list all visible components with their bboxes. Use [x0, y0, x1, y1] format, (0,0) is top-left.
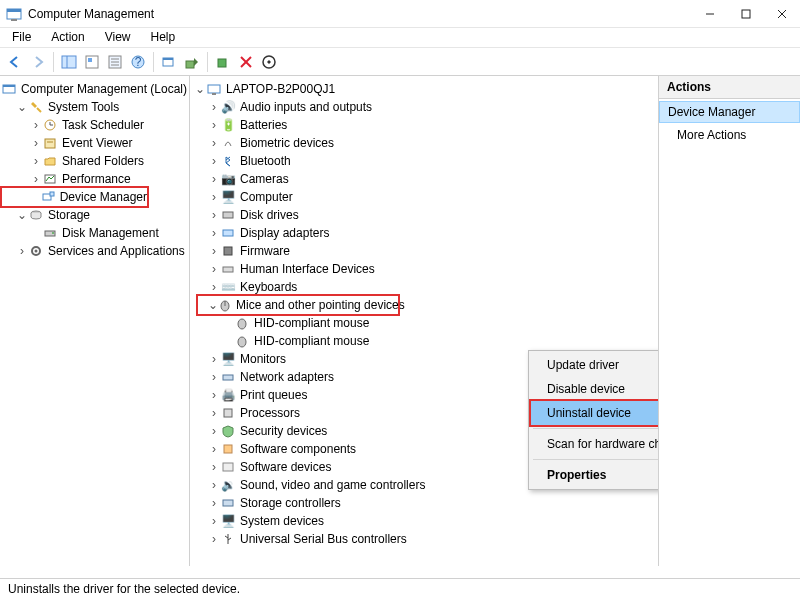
actions-pane: Actions Device Manager More Actions	[658, 76, 800, 566]
cat-keyboards[interactable]: ›⌨️Keyboards	[194, 278, 654, 296]
cat-batteries[interactable]: ›🔋Batteries	[194, 116, 654, 134]
update-driver-button[interactable]	[181, 51, 203, 73]
expand-icon[interactable]: ›	[30, 154, 42, 168]
cat-audio[interactable]: ›🔊Audio inputs and outputs	[194, 98, 654, 116]
tree-device-manager[interactable]: Device Manager	[2, 188, 147, 206]
left-tree[interactable]: Computer Management (Local) ⌄ System Too…	[0, 76, 190, 566]
pc-icon: 🖥️	[220, 189, 236, 205]
cat-hid[interactable]: ›Human Interface Devices	[194, 260, 654, 278]
cat-biometric[interactable]: ›Biometric devices	[194, 134, 654, 152]
cat-firmware[interactable]: ›Firmware	[194, 242, 654, 260]
back-button[interactable]	[4, 51, 26, 73]
device-mouse-2[interactable]: HID-compliant mouse	[194, 332, 654, 350]
bluetooth-icon	[220, 153, 236, 169]
cat-mice[interactable]: ⌄ Mice and other pointing devices	[198, 296, 398, 314]
component-icon	[220, 441, 236, 457]
speaker-icon: 🔊	[220, 99, 236, 115]
svg-rect-40	[212, 93, 216, 95]
cat-bluetooth[interactable]: ›Bluetooth	[194, 152, 654, 170]
cat-computer[interactable]: ›🖥️Computer	[194, 188, 654, 206]
tree-system-tools[interactable]: ⌄ System Tools	[2, 98, 187, 116]
cat-display[interactable]: ›Display adapters	[194, 224, 654, 242]
svg-point-38	[35, 250, 38, 253]
ctx-scan-hardware[interactable]: Scan for hardware changes	[531, 432, 658, 456]
device-mouse-1[interactable]: HID-compliant mouse	[194, 314, 654, 332]
storage-icon	[28, 207, 44, 223]
camera-icon: 📷	[220, 171, 236, 187]
svg-rect-44	[223, 267, 233, 272]
expand-icon[interactable]: ⌄	[194, 82, 206, 96]
disk-icon	[42, 225, 58, 241]
svg-rect-53	[223, 500, 233, 506]
ctx-disable-device[interactable]: Disable device	[531, 377, 658, 401]
tree-storage[interactable]: ⌄ Storage	[2, 206, 187, 224]
menu-action[interactable]: Action	[45, 28, 90, 47]
actions-more[interactable]: More Actions	[659, 125, 800, 145]
uninstall-device-button[interactable]	[235, 51, 257, 73]
menu-file[interactable]: File	[6, 28, 37, 47]
expand-icon[interactable]: ›	[30, 136, 42, 150]
menu-bar: File Action View Help	[0, 28, 800, 48]
tree-task-scheduler-label: Task Scheduler	[62, 118, 144, 132]
clock-icon	[42, 117, 58, 133]
tree-performance[interactable]: › Performance	[2, 170, 187, 188]
ctx-properties[interactable]: Properties	[531, 463, 658, 487]
cat-disk[interactable]: ›Disk drives	[194, 206, 654, 224]
services-icon	[28, 243, 44, 259]
tree-disk-mgmt-label: Disk Management	[62, 226, 159, 240]
svg-point-36	[52, 232, 54, 234]
properties-button[interactable]	[81, 51, 103, 73]
device-tree[interactable]: ⌄ LAPTOP-B2P00QJ1 ›🔊Audio inputs and out…	[190, 76, 658, 566]
disable-device-button[interactable]	[258, 51, 280, 73]
tree-event-viewer[interactable]: › Event Viewer	[2, 134, 187, 152]
svg-rect-19	[186, 61, 194, 68]
minimize-button[interactable]	[692, 0, 728, 28]
menu-view[interactable]: View	[99, 28, 137, 47]
close-button[interactable]	[764, 0, 800, 28]
expand-icon[interactable]: ›	[30, 172, 42, 186]
tree-root[interactable]: Computer Management (Local)	[2, 80, 187, 98]
maximize-button[interactable]	[728, 0, 764, 28]
svg-rect-18	[163, 58, 173, 60]
svg-rect-42	[223, 230, 233, 236]
softdev-icon	[220, 459, 236, 475]
tree-performance-label: Performance	[62, 172, 131, 186]
device-root[interactable]: ⌄ LAPTOP-B2P00QJ1	[194, 80, 654, 98]
expand-icon[interactable]: ⌄	[16, 208, 28, 222]
show-hide-tree-button[interactable]	[58, 51, 80, 73]
tree-disk-management[interactable]: Disk Management	[2, 224, 187, 242]
menu-help[interactable]: Help	[145, 28, 182, 47]
scan-hardware-button[interactable]	[158, 51, 180, 73]
performance-icon	[42, 171, 58, 187]
cat-cameras[interactable]: ›📷Cameras	[194, 170, 654, 188]
ctx-uninstall-device[interactable]: Uninstall device	[531, 401, 658, 425]
tree-task-scheduler[interactable]: › Task Scheduler	[2, 116, 187, 134]
hid-icon	[220, 261, 236, 277]
cat-storage-controllers[interactable]: ›Storage controllers	[194, 494, 654, 512]
actions-selected[interactable]: Device Manager	[659, 101, 800, 123]
tree-shared-folders[interactable]: › Shared Folders	[2, 152, 187, 170]
expand-icon[interactable]: ›	[30, 118, 42, 132]
svg-rect-20	[218, 59, 226, 67]
svg-rect-33	[50, 192, 54, 196]
cpu-icon	[220, 405, 236, 421]
cat-usb[interactable]: ›Universal Serial Bus controllers	[194, 530, 654, 548]
forward-button[interactable]	[27, 51, 49, 73]
keyboard-icon: ⌨️	[220, 279, 236, 295]
app-icon	[6, 6, 22, 22]
status-bar: Uninstalls the driver for the selected d…	[0, 578, 800, 600]
cat-system-devices[interactable]: ›🖥️System devices	[194, 512, 654, 530]
context-menu: Update driver Disable device Uninstall d…	[528, 350, 658, 490]
svg-rect-25	[3, 85, 15, 87]
tree-device-manager-label: Device Manager	[60, 190, 147, 204]
expand-icon[interactable]: ⌄	[16, 100, 28, 114]
actions-header: Actions	[659, 76, 800, 99]
enable-device-button[interactable]	[212, 51, 234, 73]
help-button[interactable]: ?	[127, 51, 149, 73]
mouse-icon	[218, 297, 232, 313]
expand-icon[interactable]: ›	[16, 244, 28, 258]
printer-icon: 🖨️	[220, 387, 236, 403]
tree-services[interactable]: › Services and Applications	[2, 242, 187, 260]
ctx-update-driver[interactable]: Update driver	[531, 353, 658, 377]
options-button[interactable]	[104, 51, 126, 73]
